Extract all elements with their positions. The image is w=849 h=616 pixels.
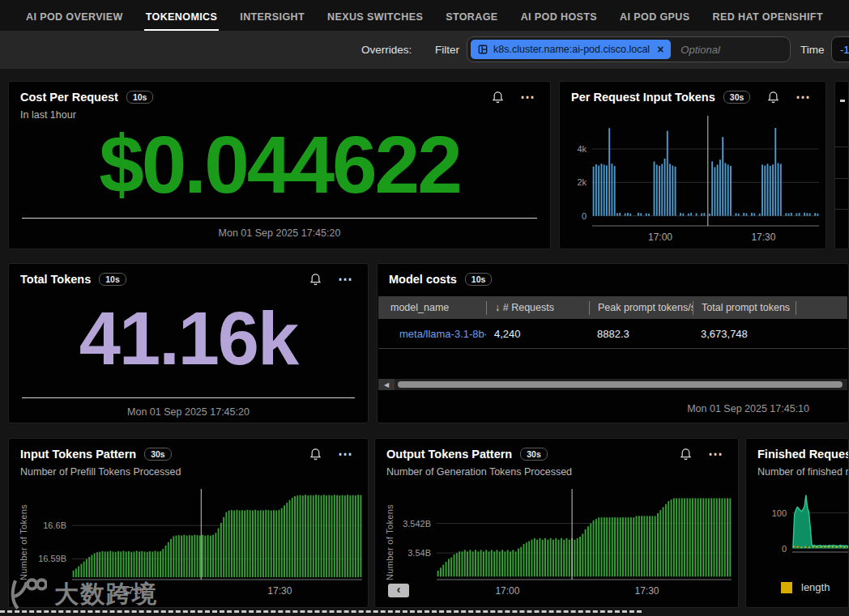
panel-title: Cost Per Request	[20, 91, 118, 104]
filter-label: Filter	[435, 44, 459, 56]
time-label: Time	[800, 44, 825, 56]
svg-text:17:30: 17:30	[634, 585, 659, 597]
filter-placeholder: Optional	[680, 44, 719, 56]
panel-title: Output Tokens Pattern	[386, 448, 512, 461]
clipped-title-fragment	[840, 100, 845, 102]
scroll-back-icon[interactable]: ‹	[388, 584, 409, 597]
filter-chip-label: k8s.cluster.name:ai-pod.cisco.local	[493, 44, 650, 55]
tab-nexus-switches[interactable]: NEXUS SWITCHES	[326, 2, 424, 31]
svg-text:17:30: 17:30	[267, 585, 292, 597]
panel-output-tokens-pattern: Output Tokens Pattern 30s ⋯ Number of Ge…	[374, 438, 739, 608]
refresh-interval-badge: 10s	[126, 91, 154, 104]
legend-swatch	[781, 582, 792, 593]
metric-timestamp: Mon 01 Sep 2025 17:45:10	[687, 403, 809, 414]
refresh-interval-badge: 10s	[99, 273, 126, 286]
filter-input[interactable]: k8s.cluster.name:ai-pod.cisco.local × Op…	[467, 36, 791, 62]
more-options-icon[interactable]: ⋯	[796, 94, 811, 100]
metric-timestamp: Mon 01 Sep 2025 17:45:20	[9, 227, 550, 239]
svg-text:3.542B: 3.542B	[403, 519, 431, 529]
refresh-interval-badge: 10s	[465, 273, 493, 286]
grid-row-divider	[0, 610, 642, 613]
panel-title: Input Tokens Pattern	[20, 448, 136, 461]
panel-finished-requests: Finished Requests Number of finished re …	[745, 438, 849, 608]
chart-legend[interactable]: length	[781, 581, 830, 593]
chart-finished-requests[interactable]: 0100	[746, 478, 849, 559]
refresh-interval-badge: 30s	[144, 448, 172, 461]
more-options-icon[interactable]: ⋯	[708, 451, 723, 457]
panel-input-tokens-pattern: Input Tokens Pattern 30s ⋯ Number of Pre…	[8, 438, 369, 608]
refresh-interval-badge: 30s	[723, 91, 751, 104]
column-header-total-prompt-tokens[interactable]: Total prompt tokens	[693, 301, 796, 315]
panel-subtitle: Number of Prefill Tokens Processed	[9, 461, 368, 478]
panel-title: Model costs	[389, 273, 457, 286]
overrides-label: Overrides:	[361, 44, 412, 56]
chart-input-tokens-pattern[interactable]: 16.59B16.6B17:0017:30	[15, 487, 365, 601]
svg-text:16.59B: 16.59B	[38, 554, 66, 563]
column-header-peak-prompt-tokens[interactable]: Peak prompt tokens/s	[589, 301, 693, 315]
time-input[interactable]: -1	[831, 36, 849, 62]
panel-per-request-input-tokens: Per Request Input Tokens 30s ⋯ 02k4k17:0…	[559, 81, 826, 249]
bell-icon[interactable]	[309, 448, 322, 461]
bell-icon[interactable]	[309, 273, 322, 286]
scrollbar-thumb[interactable]	[398, 381, 843, 388]
svg-text:0: 0	[782, 544, 787, 554]
tab-tokenomics[interactable]: TOKENOMICS	[144, 2, 220, 31]
svg-text:2k: 2k	[577, 177, 587, 187]
chip-remove-icon[interactable]: ×	[657, 43, 663, 56]
panel-cost-per-request: Cost Per Request 10s ⋯ In last 1hour $0.…	[8, 81, 551, 249]
column-header-requests[interactable]: ↓ # Requests	[486, 301, 589, 315]
table-row[interactable]: meta/llama-3.1-8b-… 4,240 8882.3 3,673,7…	[378, 319, 847, 349]
refresh-interval-badge: 30s	[520, 448, 548, 461]
metric-value: 41.16k	[9, 297, 368, 380]
svg-text:3.54B: 3.54B	[407, 548, 431, 558]
panel-subtitle: Number of Generation Tokens Processed	[375, 461, 738, 478]
column-header-model-name[interactable]: model_name	[378, 301, 486, 315]
svg-text:100: 100	[772, 508, 787, 518]
more-options-icon[interactable]: ⋯	[338, 276, 353, 283]
filter-chip[interactable]: k8s.cluster.name:ai-pod.cisco.local ×	[471, 40, 671, 59]
more-options-icon[interactable]: ⋯	[338, 451, 353, 457]
cell-requests: 4,240	[486, 328, 589, 340]
cell-peak-prompt-tokens: 8882.3	[589, 328, 693, 340]
tab-red-hat-openshift[interactable]: RED HAT OPENSHIFT	[711, 2, 825, 31]
tab-storage[interactable]: STORAGE	[444, 2, 499, 31]
top-nav: AI POD OVERVIEW TOKENOMICS INTERSIGHT NE…	[0, 0, 849, 31]
cell-total-prompt-tokens: 3,673,748	[693, 328, 796, 340]
tab-ai-pod-hosts[interactable]: AI POD HOSTS	[519, 2, 599, 31]
panel-clipped	[834, 81, 849, 249]
tab-intersight[interactable]: INTERSIGHT	[238, 2, 306, 31]
overrides-toolbar: Overrides: Filter k8s.cluster.name:ai-po…	[0, 31, 849, 69]
panel-title: Total Tokens	[20, 273, 91, 286]
svg-text:17:00: 17:00	[648, 232, 672, 243]
column-header-clipped	[796, 301, 847, 315]
metric-value: $0.044622	[9, 124, 550, 205]
svg-text:17:00: 17:00	[123, 585, 147, 597]
tab-ai-pod-overview[interactable]: AI POD OVERVIEW	[24, 2, 125, 31]
svg-text:0: 0	[582, 211, 587, 221]
metric-divider	[22, 397, 355, 398]
bell-icon[interactable]	[492, 91, 504, 104]
horizontal-scrollbar[interactable]: ◀	[378, 379, 847, 390]
table-header: model_name ↓ # Requests Peak prompt toke…	[378, 296, 847, 319]
svg-text:4k: 4k	[577, 144, 587, 154]
panel-title: Finished Requests	[757, 448, 849, 461]
metric-timestamp: Mon 01 Sep 2025 17:45:20	[9, 406, 368, 418]
chart-output-tokens-pattern[interactable]: 3.54B3.542B17:0017:30	[380, 487, 735, 601]
panel-model-costs: Model costs 10s model_name ↓ # Requests …	[377, 263, 849, 423]
legend-label: length	[801, 581, 830, 593]
model-name-link[interactable]: meta/llama-3.1-8b-…	[378, 328, 486, 340]
bell-icon[interactable]	[767, 91, 779, 104]
panel-title: Per Request Input Tokens	[571, 91, 715, 104]
tab-ai-pod-gpus[interactable]: AI POD GPUS	[618, 2, 691, 31]
columns-icon	[478, 45, 488, 54]
panel-subtitle: Number of finished re	[746, 461, 848, 478]
more-options-icon[interactable]: ⋯	[520, 94, 535, 100]
metric-divider	[22, 218, 537, 219]
panel-total-tokens: Total Tokens 10s ⋯ 41.16k Mon 01 Sep 202…	[8, 263, 369, 423]
svg-text:17:00: 17:00	[495, 585, 519, 597]
svg-text:17:30: 17:30	[751, 232, 775, 243]
bell-icon[interactable]	[680, 448, 692, 461]
chart-per-request-input-tokens[interactable]: 02k4k17:0017:30	[561, 114, 824, 245]
scroll-left-icon[interactable]: ◀	[378, 379, 395, 390]
svg-text:16.6B: 16.6B	[43, 520, 66, 530]
